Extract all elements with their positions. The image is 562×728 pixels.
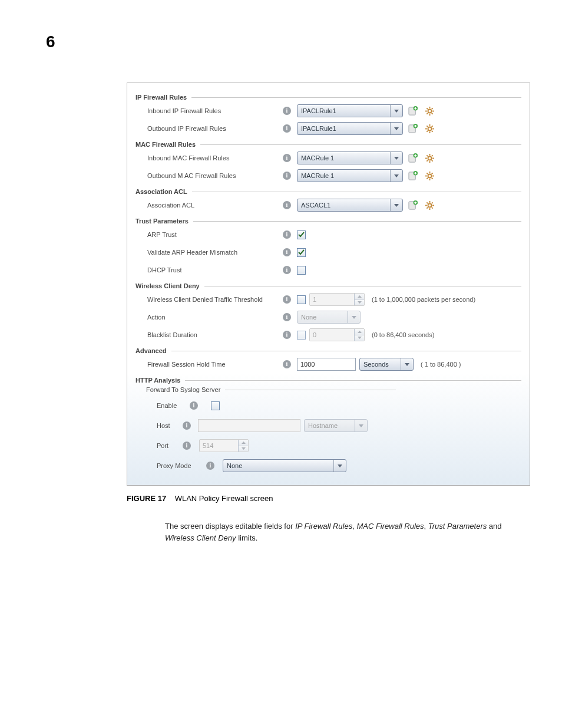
- spinner-buttons[interactable]: [354, 329, 364, 341]
- section-title: Trust Parameters: [135, 218, 189, 225]
- blacklist-input[interactable]: [310, 329, 354, 341]
- svg-line-40: [427, 173, 428, 174]
- info-icon[interactable]: i: [282, 331, 292, 339]
- spinner-up-icon[interactable]: [355, 294, 364, 300]
- add-rule-icon[interactable]: [406, 122, 419, 135]
- row-validate-arp: Validate ARP Header Mismatch i: [135, 243, 521, 261]
- info-icon[interactable]: i: [282, 295, 292, 304]
- gear-icon[interactable]: [423, 122, 436, 135]
- section-mac-firewall: MAC Firewall Rules: [135, 141, 521, 148]
- hold-time-unit-dropdown[interactable]: Seconds: [359, 358, 414, 371]
- row-proxy-mode: Proxy Mode i None: [135, 456, 521, 476]
- row-dhcp-trust: DHCP Trust i: [135, 261, 521, 279]
- hint: (0 to 86,400 seconds): [372, 331, 434, 338]
- info-icon[interactable]: i: [282, 248, 292, 256]
- label: DHCP Trust: [147, 266, 282, 274]
- outbound-ip-dropdown[interactable]: IPACLRule1: [297, 122, 403, 135]
- svg-line-21: [431, 126, 432, 127]
- threshold-enable-checkbox[interactable]: [297, 295, 306, 304]
- info-icon[interactable]: i: [282, 230, 292, 239]
- add-rule-icon[interactable]: [406, 104, 419, 117]
- info-icon[interactable]: i: [282, 124, 292, 133]
- divider: [185, 380, 521, 381]
- arp-trust-checkbox[interactable]: [297, 230, 306, 239]
- info-icon[interactable]: i: [282, 313, 292, 321]
- host-input[interactable]: [198, 419, 300, 432]
- info-icon[interactable]: i: [189, 401, 199, 410]
- label: Validate ARP Header Mismatch: [147, 249, 282, 256]
- add-rule-icon[interactable]: [406, 199, 419, 212]
- label: Outbound M AC Firewall Rules: [147, 172, 282, 179]
- threshold-spinner[interactable]: [309, 293, 365, 306]
- spinner-up-icon[interactable]: [355, 329, 364, 335]
- label: ARP Trust: [147, 231, 282, 238]
- svg-line-54: [431, 202, 432, 203]
- label: Inbound MAC Firewall Rules: [147, 154, 282, 162]
- chevron-down-icon: [390, 170, 402, 182]
- inbound-ip-dropdown[interactable]: IPACLRule1: [297, 104, 403, 117]
- spinner-down-icon[interactable]: [239, 446, 248, 452]
- info-icon[interactable]: i: [282, 360, 292, 368]
- association-acl-dropdown[interactable]: ASCACL1: [297, 199, 403, 212]
- gear-icon[interactable]: [423, 169, 436, 182]
- info-icon[interactable]: i: [181, 442, 192, 450]
- row-deny-threshold: Wireless Client Denied Traffic Threshold…: [135, 291, 521, 308]
- proxy-mode-dropdown[interactable]: None: [223, 459, 346, 472]
- add-rule-icon[interactable]: [406, 169, 419, 182]
- section-wireless-client-deny: Wireless Client Deny: [135, 282, 521, 289]
- action-dropdown[interactable]: None: [297, 311, 361, 324]
- label: Association ACL: [147, 202, 282, 209]
- chevron-down-icon: [348, 311, 360, 323]
- label: Action: [147, 314, 282, 321]
- gear-icon[interactable]: [423, 104, 436, 117]
- info-icon[interactable]: i: [282, 172, 292, 180]
- add-rule-icon[interactable]: [406, 151, 419, 164]
- divider: [225, 389, 396, 390]
- hint: (1 to 1,000,000 packets per second): [372, 296, 475, 303]
- chevron-down-icon: [390, 199, 402, 211]
- label: Wireless Client Denied Traffic Threshold: [147, 296, 282, 303]
- info-icon[interactable]: i: [205, 462, 216, 470]
- svg-line-52: [431, 207, 432, 208]
- outbound-mac-dropdown[interactable]: MACRule 1: [297, 169, 403, 182]
- threshold-input[interactable]: [310, 294, 354, 305]
- svg-point-24: [428, 156, 431, 160]
- info-icon[interactable]: i: [282, 266, 292, 274]
- svg-line-20: [427, 130, 428, 131]
- port-spinner[interactable]: [199, 439, 249, 452]
- spinner-down-icon[interactable]: [355, 335, 364, 341]
- chevron-down-icon: [333, 460, 346, 472]
- svg-point-13: [428, 127, 431, 130]
- divider: [192, 191, 521, 192]
- section-title: Wireless Client Deny: [135, 282, 200, 289]
- svg-point-46: [428, 203, 431, 207]
- spinner-down-icon[interactable]: [355, 300, 364, 306]
- gear-icon[interactable]: [423, 199, 436, 212]
- svg-line-19: [431, 130, 432, 131]
- port-input[interactable]: [200, 440, 238, 452]
- spinner-up-icon[interactable]: [239, 440, 248, 446]
- info-icon[interactable]: i: [282, 201, 292, 209]
- host-type-dropdown[interactable]: Hostname: [304, 419, 368, 432]
- blacklist-spinner[interactable]: [309, 328, 365, 341]
- hold-time-input[interactable]: [297, 358, 356, 371]
- spinner-buttons[interactable]: [238, 440, 248, 452]
- svg-line-42: [427, 177, 428, 179]
- page-number: 6: [46, 32, 55, 51]
- row-arp-trust: ARP Trust i: [135, 226, 521, 243]
- svg-line-32: [431, 155, 432, 156]
- blacklist-enable-checkbox[interactable]: [297, 331, 306, 340]
- figure-caption: FIGURE 17 WLAN Policy Firewall screen: [127, 494, 527, 503]
- info-icon[interactable]: i: [282, 154, 292, 162]
- validate-arp-checkbox[interactable]: [297, 248, 306, 257]
- info-icon[interactable]: i: [181, 421, 192, 430]
- spinner-buttons[interactable]: [354, 294, 364, 305]
- info-icon[interactable]: i: [282, 107, 292, 115]
- gear-icon[interactable]: [423, 151, 436, 164]
- syslog-enable-checkbox[interactable]: [211, 401, 220, 410]
- svg-line-43: [431, 173, 432, 174]
- svg-line-9: [427, 113, 428, 114]
- label: Firewall Session Hold Time: [147, 361, 282, 368]
- dhcp-trust-checkbox[interactable]: [297, 266, 306, 275]
- inbound-mac-dropdown[interactable]: MACRule 1: [297, 151, 403, 164]
